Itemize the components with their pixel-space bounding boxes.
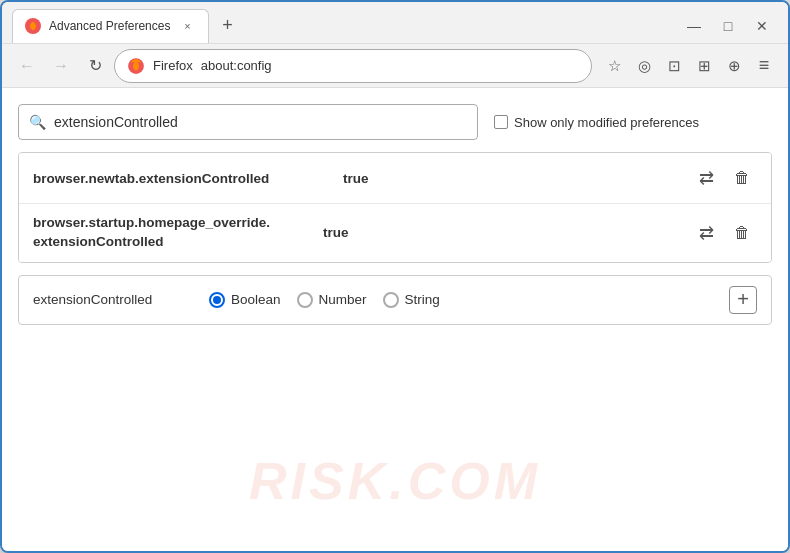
account-icon[interactable]: ⊕ — [720, 52, 748, 80]
pref-name-1: browser.newtab.extensionControlled — [33, 171, 333, 186]
screenshot-icon[interactable]: ⊡ — [660, 52, 688, 80]
swap-button-1[interactable]: ⇄ — [691, 163, 721, 193]
firefox-logo-icon — [127, 57, 145, 75]
results-table: browser.newtab.extensionControlled true … — [18, 152, 772, 263]
title-bar: Advanced Preferences × + — □ ✕ — [2, 2, 788, 44]
new-tab-button[interactable]: + — [213, 12, 241, 40]
reload-button[interactable]: ↻ — [80, 51, 110, 81]
address-text: about:config — [201, 58, 579, 73]
row-actions-1: ⇄ 🗑 — [691, 163, 757, 193]
menu-button[interactable]: ≡ — [750, 52, 778, 80]
search-input[interactable] — [54, 114, 467, 130]
page-content: RISK.COM 🔍 Show only modified preference… — [2, 88, 788, 551]
tab-close-button[interactable]: × — [178, 17, 196, 35]
address-bar[interactable]: Firefox about:config — [114, 49, 592, 83]
search-row: 🔍 Show only modified preferences — [18, 104, 772, 140]
pref-name-2-line2: extensionControlled — [33, 234, 164, 249]
browser-tab[interactable]: Advanced Preferences × — [12, 9, 209, 43]
trash-icon: 🗑 — [734, 169, 750, 187]
nav-bar: ← → ↻ Firefox about:config ☆ ◎ ⊡ ⊞ ⊕ ≡ — [2, 44, 788, 88]
radio-number-label: Number — [319, 292, 367, 307]
table-row: browser.startup.homepage_override. exten… — [19, 204, 771, 262]
browser-name-label: Firefox — [153, 58, 193, 73]
new-pref-row: extensionControlled Boolean Number Strin… — [18, 275, 772, 325]
back-button[interactable]: ← — [12, 51, 42, 81]
pref-value-1: true — [343, 171, 681, 186]
radio-string[interactable]: String — [383, 292, 440, 308]
radio-string-circle — [383, 292, 399, 308]
search-icon: 🔍 — [29, 114, 46, 130]
radio-number[interactable]: Number — [297, 292, 367, 308]
trash-icon-2: 🗑 — [734, 224, 750, 242]
maximize-button[interactable]: □ — [712, 12, 744, 40]
swap-icon: ⇄ — [699, 167, 714, 189]
radio-boolean-label: Boolean — [231, 292, 281, 307]
forward-button[interactable]: → — [46, 51, 76, 81]
row-actions-2: ⇄ 🗑 — [691, 218, 757, 248]
tab-favicon — [25, 18, 41, 34]
new-pref-name: extensionControlled — [33, 292, 193, 307]
show-modified-option[interactable]: Show only modified preferences — [494, 115, 699, 130]
radio-number-circle — [297, 292, 313, 308]
delete-button-1[interactable]: 🗑 — [727, 163, 757, 193]
radio-boolean-dot — [213, 296, 221, 304]
show-modified-label: Show only modified preferences — [514, 115, 699, 130]
close-button[interactable]: ✕ — [746, 12, 778, 40]
swap-button-2[interactable]: ⇄ — [691, 218, 721, 248]
type-radio-group: Boolean Number String — [209, 292, 713, 308]
window-controls: — □ ✕ — [678, 12, 778, 40]
add-preference-button[interactable]: + — [729, 286, 757, 314]
extensions-icon[interactable]: ⊞ — [690, 52, 718, 80]
bookmark-icon[interactable]: ☆ — [600, 52, 628, 80]
pref-value-2: true — [323, 225, 681, 240]
pref-name-2: browser.startup.homepage_override. exten… — [33, 214, 313, 252]
tab-title: Advanced Preferences — [49, 19, 170, 33]
minimize-button[interactable]: — — [678, 12, 710, 40]
pref-search-box[interactable]: 🔍 — [18, 104, 478, 140]
pref-name-2-line1: browser.startup.homepage_override. — [33, 215, 270, 230]
pocket-icon[interactable]: ◎ — [630, 52, 658, 80]
swap-icon-2: ⇄ — [699, 222, 714, 244]
radio-boolean[interactable]: Boolean — [209, 292, 281, 308]
delete-button-2[interactable]: 🗑 — [727, 218, 757, 248]
radio-string-label: String — [405, 292, 440, 307]
radio-boolean-circle — [209, 292, 225, 308]
watermark: RISK.COM — [249, 451, 541, 511]
nav-icons: ☆ ◎ ⊡ ⊞ ⊕ ≡ — [600, 52, 778, 80]
show-modified-checkbox[interactable] — [494, 115, 508, 129]
table-row: browser.newtab.extensionControlled true … — [19, 153, 771, 204]
browser-window: Advanced Preferences × + — □ ✕ ← → ↻ Fir… — [0, 0, 790, 553]
